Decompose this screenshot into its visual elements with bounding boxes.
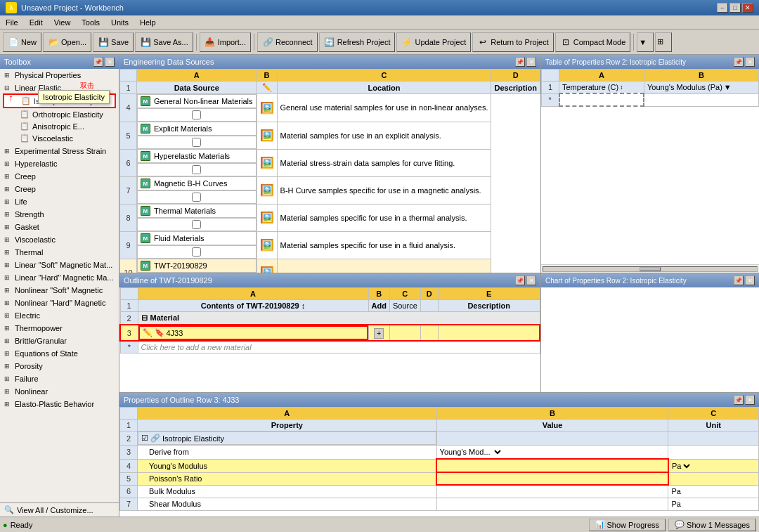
toolbox-section-linear-soft[interactable]: ⊞ Linear "Soft" Magnetic Mat...	[3, 259, 116, 271]
menu-tools[interactable]: Tools	[76, 15, 105, 29]
toolbox-section-nonlinear-soft[interactable]: ⊞ Nonlinear "Soft" Magnetic	[3, 285, 116, 296]
toolbox-item-viscoelastic[interactable]: 📋 Viscoelastic	[3, 132, 116, 144]
col-c-header: C	[277, 70, 491, 82]
table-row[interactable]: *	[542, 93, 759, 106]
row7-name[interactable]: MMagnetic B-H Curves	[137, 176, 257, 190]
table-row-selected[interactable]: 10 MTWT-20190829 🖼️	[120, 259, 540, 273]
import-button[interactable]: 📥 Import...	[200, 32, 251, 52]
toolbar: 📄 New 📂 Open... 💾 Save 💾 Save As... 📥 Im…	[0, 30, 759, 55]
save-as-button[interactable]: 💾 Save As...	[135, 32, 193, 52]
row6-check[interactable]	[137, 163, 257, 176]
toolbox-section-viscoelastic2[interactable]: ⊞ Viscoelastic	[3, 234, 116, 245]
table-props-close-button[interactable]: ✕	[745, 57, 755, 67]
toolbox-item-orthotropic[interactable]: 📋 Orthotropic Elasticity	[3, 108, 116, 120]
toolbox-section-linear-hard[interactable]: ⊞ Linear "Hard" Magnetic Ma...	[3, 272, 116, 283]
props-bulk-unit: Pa	[668, 485, 759, 498]
toolbox-section-porosity[interactable]: ⊞ Porosity	[3, 361, 116, 372]
toolbox-section-life[interactable]: ⊞ Life	[3, 196, 116, 207]
toolbox-close-button[interactable]: ✕	[105, 57, 115, 67]
tprop-star-b[interactable]	[644, 93, 758, 106]
menu-file[interactable]: File	[0, 15, 24, 29]
show-progress-button[interactable]: 📊 Show Progress	[589, 519, 666, 531]
toolbox-pin-button[interactable]: 📌	[93, 57, 103, 67]
toolbox-section-physical[interactable]: ⊞ Physical Properties	[3, 70, 116, 81]
table-props-pin-button[interactable]: 📌	[734, 57, 744, 67]
outline-item-row[interactable]: 3 ✏️ 🔖 4J33 +	[120, 325, 540, 341]
toolbox-section-nonlinear-hard[interactable]: ⊞ Nonlinear "Hard" Magnetic	[3, 297, 116, 309]
props-shear-value[interactable]	[436, 498, 668, 510]
menu-edit[interactable]: Edit	[24, 15, 48, 29]
tprop-star-a[interactable]	[559, 93, 644, 106]
row5-check[interactable]	[137, 136, 257, 149]
update-project-button[interactable]: ⚡ Update Project	[396, 32, 471, 52]
props-poisson-row[interactable]: 5 Poisson's Ratio	[120, 472, 759, 485]
return-to-project-button[interactable]: ↩ Return to Project	[472, 32, 554, 52]
toolbox-section-strength[interactable]: ⊞ Strength	[3, 209, 116, 220]
description-header: Description	[491, 82, 540, 94]
outline-close-button[interactable]: ✕	[526, 275, 536, 285]
isotropic-ref-icon: 🔗	[150, 434, 160, 443]
outline-add-row[interactable]: * Click here to add a new material	[120, 341, 540, 353]
new-button[interactable]: 📄 New	[3, 32, 41, 52]
row6-name[interactable]: MHyperelastic Materials	[137, 149, 257, 163]
menu-view[interactable]: View	[48, 15, 77, 29]
chart-panel: Chart of Properties Row 2: Isotropic Ela…	[541, 273, 759, 392]
outline-pin-button[interactable]: 📌	[515, 275, 525, 285]
save-button[interactable]: 💾 Save	[93, 32, 134, 52]
reconnect-button[interactable]: 🔗 Reconnect	[257, 32, 318, 52]
row4-check[interactable]	[137, 108, 257, 122]
menu-units[interactable]: Units	[105, 15, 134, 29]
toolbox-section-thermopower[interactable]: ⊞ Thermopower	[3, 323, 116, 334]
toolbox-section-brittle[interactable]: ⊞ Brittle/Granular	[3, 335, 116, 346]
toolbox-section-hyperelastic[interactable]: ⊞ Hyperelastic	[3, 158, 116, 169]
row5-name[interactable]: MExplicit Materials	[137, 122, 257, 136]
title-bar: λ Unsaved Project - Workbench – □ ✕	[0, 0, 759, 15]
row7-check[interactable]	[137, 190, 257, 204]
open-button[interactable]: 📂 Open...	[43, 32, 91, 52]
toolbox-section-elasto[interactable]: ⊞ Elasto-Plastic Behavior	[3, 398, 116, 410]
menu-help[interactable]: Help	[134, 15, 162, 29]
toolbox-section-gasket[interactable]: ⊞ Gasket	[3, 221, 116, 233]
outline-r3-add[interactable]: +	[368, 325, 389, 341]
row8-check[interactable]	[137, 218, 257, 231]
row4-name[interactable]: MGeneral Non-linear Materials	[137, 94, 257, 108]
filter-button[interactable]: ▼	[637, 32, 654, 52]
row8-name[interactable]: MThermal Materials	[137, 204, 257, 218]
youngs-unit-select[interactable]: Pa	[681, 461, 692, 471]
compact-mode-button[interactable]: ⊡ Compact Mode	[555, 32, 631, 52]
row9-check[interactable]	[137, 245, 257, 259]
show-messages-button[interactable]: 💬 Show 1 Messages	[668, 519, 756, 531]
toolbox-item-anisotropic[interactable]: 📋 Anisotropic E...	[3, 120, 116, 132]
toolbox-section-creep[interactable]: ⊞ Creep	[3, 183, 116, 195]
close-button[interactable]: ✕	[742, 3, 753, 13]
toolbox-section-plasticity[interactable]: ⊞ Creep	[3, 171, 116, 182]
toolbox-section-experimental[interactable]: ⊞ Experimental Stress Strain	[3, 145, 116, 157]
toolbox-section-nonlinear[interactable]: ⊞ Nonlinear	[3, 386, 116, 397]
toolbox-section-thermal[interactable]: ⊞ Thermal	[3, 247, 116, 258]
toolbox-section-electric[interactable]: ⊞ Electric	[3, 310, 116, 321]
eng-data-close-button[interactable]: ✕	[526, 57, 536, 67]
props-close-button[interactable]: ✕	[745, 395, 755, 405]
refresh-project-button[interactable]: 🔄 Refresh Project	[319, 32, 396, 52]
outline-4j33-name[interactable]: ✏️ 🔖 4J33	[138, 325, 368, 340]
props-youngs-value[interactable]	[436, 459, 668, 472]
toolbox-section-equations[interactable]: ⊞ Equations of State	[3, 348, 116, 359]
chart-close-button[interactable]: ✕	[745, 275, 755, 285]
props-youngs-row[interactable]: 4 Young's Modulus Pa Pa	[120, 459, 759, 472]
toolbox-section-failure[interactable]: ⊞ Failure	[3, 373, 116, 384]
eng-data-pin-button[interactable]: 📌	[515, 57, 525, 67]
outline-add-new[interactable]: Click here to add a new material	[138, 341, 540, 353]
props-bulk-value[interactable]	[436, 485, 668, 498]
view-all-button[interactable]: 🔍 View All / Customize...	[0, 502, 119, 517]
checkbox-icon[interactable]: ☑	[141, 434, 148, 443]
chart-pin-button[interactable]: 📌	[734, 275, 744, 285]
props-derive-value[interactable]: Young's Mod... Young's Modulus	[436, 446, 668, 460]
minimize-button[interactable]: –	[717, 3, 728, 13]
maximize-button[interactable]: □	[729, 3, 741, 13]
row9-name[interactable]: MFluid Materials	[137, 231, 257, 245]
row4-desc: General use material samples for use in …	[277, 94, 491, 122]
grid-button[interactable]: ⊞	[655, 32, 672, 52]
props-pin-button[interactable]: 📌	[734, 395, 744, 405]
props-poisson-value[interactable]	[436, 472, 668, 485]
row10-name[interactable]: MTWT-20190829	[137, 259, 257, 273]
